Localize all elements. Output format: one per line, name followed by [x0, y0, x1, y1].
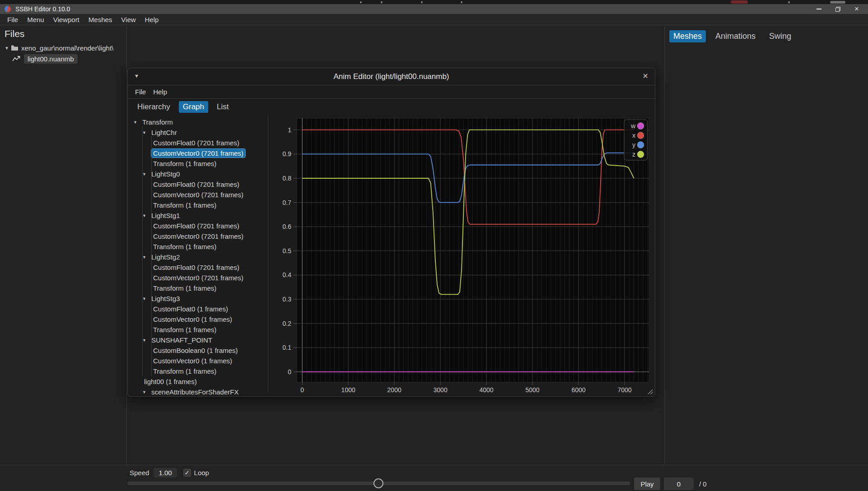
folder-icon	[11, 45, 19, 51]
tree-item-lightstg0[interactable]: ▼LightStg0	[131, 169, 267, 179]
menu-item-help[interactable]: Help	[149, 87, 171, 97]
panel-tab-animations[interactable]: Animations	[711, 30, 760, 42]
window-title: SSBH Editor 0.10.0	[15, 5, 70, 13]
menu-item-viewport[interactable]: Viewport	[49, 15, 84, 24]
anim-editor-header[interactable]: ▼ Anim Editor (light/light00.nuanmb) ✕	[128, 68, 655, 85]
tree-item-sunshaft-point[interactable]: ▼SUNSHAFT_POINT	[131, 335, 267, 345]
tree-item-lightstg3[interactable]: ▼LightStg3	[131, 293, 267, 304]
tree-item-sceneattributesforshaderfx[interactable]: ▼sceneAttributesForShaderFX	[131, 387, 267, 395]
speed-input[interactable]: 1.00	[154, 468, 177, 477]
tree-item-customfloat0-7201-frames[interactable]: CustomFloat0 (7201 frames)	[131, 138, 267, 148]
tree-item-label: SUNSHAFT_POINT	[149, 336, 214, 344]
legend-label-z[interactable]: z	[632, 151, 635, 158]
tree-item-label: Transform (1 frames)	[151, 201, 218, 209]
tree-item-transform-1-frames[interactable]: Transform (1 frames)	[131, 324, 267, 335]
loop-checkbox[interactable]: ✓	[183, 469, 191, 477]
collapse-arrow-icon[interactable]: ▼	[142, 390, 149, 394]
panel-tab-meshes[interactable]: Meshes	[669, 30, 706, 42]
x-tick-label: 3000	[434, 386, 448, 394]
y-tick-label: 1	[288, 126, 291, 134]
background-dot	[421, 1, 423, 3]
anim-node-tree: ▼Transform▼LightChrCustomFloat0 (7201 fr…	[131, 117, 267, 395]
tree-item-transform-1-frames[interactable]: Transform (1 frames)	[131, 241, 267, 252]
tree-item-transform-1-frames[interactable]: Transform (1 frames)	[131, 366, 267, 376]
collapse-arrow-icon[interactable]: ▼	[5, 46, 11, 51]
y-tick-label: 0.8	[283, 175, 292, 182]
anim-editor-tabs: HierarchyGraphList	[133, 101, 233, 113]
tree-item-transform-1-frames[interactable]: Transform (1 frames)	[131, 200, 267, 210]
play-button[interactable]: Play	[634, 477, 660, 490]
frame-input[interactable]: 0	[664, 477, 694, 490]
anim-curve-graph[interactable]: 00.10.20.30.40.50.60.70.80.9101000200030…	[271, 114, 656, 395]
anim-tab-hierarchy[interactable]: Hierarchy	[133, 101, 174, 113]
collapse-arrow-icon[interactable]: ▼	[142, 296, 149, 301]
tree-item-customfloat0-7201-frames[interactable]: CustomFloat0 (7201 frames)	[131, 262, 267, 273]
tree-graph-separator[interactable]	[268, 116, 268, 393]
tree-item-customvector0-1-frames[interactable]: CustomVector0 (1 frames)	[131, 356, 267, 366]
panel-tab-swing[interactable]: Swing	[765, 30, 795, 42]
file-tree-item[interactable]: light00.nuanmb	[12, 54, 126, 64]
collapse-arrow-icon[interactable]: ▼	[142, 338, 149, 343]
collapse-arrow-icon[interactable]: ▼	[142, 130, 149, 135]
collapse-arrow-icon[interactable]: ▼	[142, 172, 149, 176]
y-tick-label: 0.5	[283, 247, 292, 255]
tree-item-label: Transform (1 frames)	[151, 367, 218, 375]
tree-item-lightstg1[interactable]: ▼LightStg1	[131, 210, 267, 221]
anim-tab-list[interactable]: List	[213, 101, 233, 113]
menu-item-view[interactable]: View	[117, 15, 140, 24]
minimize-button[interactable]	[809, 4, 828, 14]
tree-item-lightchr[interactable]: ▼LightChr	[131, 127, 267, 138]
menu-item-help[interactable]: Help	[140, 15, 163, 24]
tree-item-light00-1-frames[interactable]: light00 (1 frames)	[131, 376, 267, 387]
tree-item-customvector0-1-frames[interactable]: CustomVector0 (1 frames)	[131, 314, 267, 324]
tree-item-customvector0-7201-frames[interactable]: CustomVector0 (7201 frames)	[131, 190, 267, 200]
legend-swatch-w[interactable]	[637, 123, 644, 130]
titlebar: SSBH Editor 0.10.0 ×	[0, 4, 868, 14]
collapse-arrow-icon[interactable]: ▼	[142, 255, 149, 259]
x-tick-label: 4000	[480, 386, 494, 394]
tree-item-label: LightStg0	[149, 170, 182, 178]
tree-item-transform-1-frames[interactable]: Transform (1 frames)	[131, 283, 267, 293]
resize-grip-icon[interactable]	[647, 389, 653, 395]
menu-item-meshes[interactable]: Meshes	[84, 15, 117, 24]
tree-item-label: CustomFloat0 (7201 frames)	[151, 139, 241, 147]
anim-tab-graph[interactable]: Graph	[179, 101, 208, 113]
folder-tree-item[interactable]: ▼ xeno_gaur\normal\render\light\	[5, 43, 126, 53]
indent-guide	[151, 136, 152, 376]
anim-editor-close-icon[interactable]: ✕	[643, 72, 649, 80]
legend-swatch-z[interactable]	[637, 151, 644, 158]
plot-area[interactable]	[297, 118, 649, 382]
legend-swatch-x[interactable]	[637, 132, 644, 139]
legend-label-y[interactable]: y	[632, 141, 635, 148]
legend-label-x[interactable]: x	[632, 132, 635, 139]
tree-item-label: CustomVector0 (7201 frames)	[151, 149, 245, 157]
collapse-arrow-icon[interactable]: ▼	[133, 120, 140, 125]
tree-item-customboolean0-1-frames[interactable]: CustomBoolean0 (1 frames)	[131, 345, 267, 356]
tree-item-transform[interactable]: ▼Transform	[131, 117, 267, 127]
menu-item-file[interactable]: File	[3, 15, 23, 24]
background-window-strip	[0, 0, 868, 4]
tree-item-customvector0-7201-frames[interactable]: CustomVector0 (7201 frames)	[131, 231, 267, 241]
tree-item-customfloat0-1-frames[interactable]: CustomFloat0 (1 frames)	[131, 304, 267, 314]
tree-item-label: CustomBoolean0 (1 frames)	[151, 346, 240, 355]
total-frames-label: / 0	[699, 480, 707, 488]
restore-button[interactable]	[828, 4, 847, 14]
y-tick-label: 0.9	[283, 150, 292, 157]
legend-swatch-y[interactable]	[637, 142, 644, 148]
tree-item-lightstg2[interactable]: ▼LightStg2	[131, 252, 267, 262]
collapse-arrow-icon[interactable]: ▼	[142, 213, 149, 218]
anim-editor-window: ▼ Anim Editor (light/light00.nuanmb) ✕ F…	[127, 68, 655, 397]
tree-item-customvector0-7201-frames[interactable]: CustomVector0 (7201 frames)	[131, 148, 267, 158]
tree-item-label: CustomVector0 (7201 frames)	[151, 190, 245, 199]
menu-item-menu[interactable]: Menu	[23, 15, 49, 24]
legend-label-w[interactable]: w	[630, 122, 636, 130]
close-button[interactable]: ×	[847, 4, 866, 14]
files-panel: Files ▼ xeno_gaur\normal\render\light\ l…	[0, 26, 127, 465]
tree-item-customvector0-7201-frames[interactable]: CustomVector0 (7201 frames)	[131, 273, 267, 283]
tree-item-transform-1-frames[interactable]: Transform (1 frames)	[131, 158, 267, 169]
timeline-slider-handle[interactable]	[373, 478, 383, 488]
tree-item-customfloat0-7201-frames[interactable]: CustomFloat0 (7201 frames)	[131, 221, 267, 231]
tree-item-customfloat0-7201-frames[interactable]: CustomFloat0 (7201 frames)	[131, 179, 267, 190]
menu-bar: FileMenuViewportMeshesViewHelp	[0, 14, 868, 25]
menu-item-file[interactable]: File	[131, 87, 149, 97]
